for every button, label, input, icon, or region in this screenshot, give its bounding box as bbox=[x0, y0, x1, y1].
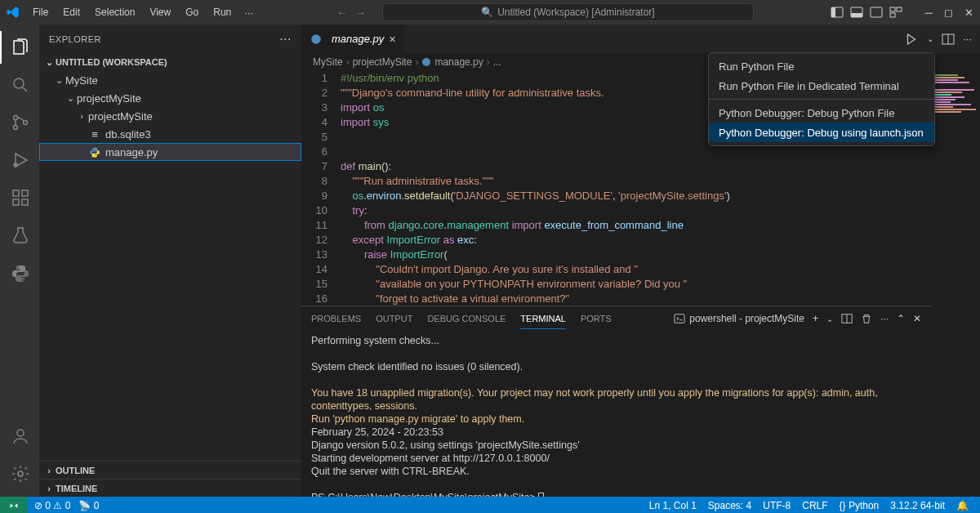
command-center[interactable]: 🔍 Untitled (Workspace) [Administrator] bbox=[382, 3, 754, 21]
terminal[interactable]: Performing system checks... System check… bbox=[301, 331, 931, 497]
minimap[interactable] bbox=[931, 71, 980, 497]
editor-tabs: manage.py × ⌄ ··· bbox=[301, 25, 980, 53]
activity-source-control[interactable] bbox=[0, 106, 39, 139]
explorer-title: EXPLORER bbox=[49, 34, 101, 44]
activity-extensions[interactable] bbox=[0, 181, 39, 214]
tree-manage-py[interactable]: manage.py bbox=[39, 143, 301, 161]
tree-projectmysite[interactable]: ⌄projectMySite bbox=[39, 89, 301, 107]
panel-tab-problems[interactable]: PROBLEMS bbox=[311, 309, 361, 328]
layout-sidebar-right-icon[interactable] bbox=[870, 6, 883, 19]
activity-search[interactable] bbox=[0, 69, 39, 101]
new-terminal-icon[interactable]: + bbox=[813, 313, 818, 324]
menu-selection[interactable]: Selection bbox=[88, 3, 141, 21]
status-item[interactable]: 🔔 bbox=[956, 500, 969, 511]
chevron-right-icon: › bbox=[42, 484, 56, 493]
run-menu-run-python-file[interactable]: Run Python File bbox=[709, 56, 934, 76]
tab-manage-py[interactable]: manage.py × bbox=[301, 25, 405, 53]
activity-python-env[interactable] bbox=[0, 256, 39, 289]
menu-file[interactable]: File bbox=[26, 3, 55, 21]
kill-terminal-icon[interactable] bbox=[861, 313, 872, 324]
run-menu-python-debugger-debug-python-file[interactable]: Python Debugger: Debug Python File bbox=[709, 103, 934, 123]
python-file-icon bbox=[88, 145, 101, 158]
terminal-shell-label[interactable]: powershell - projectMySite bbox=[674, 313, 804, 324]
panel-tab-debug-console[interactable]: DEBUG CONSOLE bbox=[427, 309, 506, 328]
bottom-panel: PROBLEMSOUTPUTDEBUG CONSOLETERMINALPORTS… bbox=[301, 306, 931, 497]
menu-edit[interactable]: Edit bbox=[56, 3, 87, 21]
breadcrumb-part[interactable]: ... bbox=[493, 56, 501, 68]
svg-point-12 bbox=[14, 163, 17, 167]
nav-back-icon[interactable]: ← bbox=[336, 7, 347, 19]
svg-rect-23 bbox=[675, 314, 684, 323]
tree-mysite[interactable]: ⌄MySite bbox=[39, 71, 301, 89]
svg-rect-16 bbox=[22, 190, 28, 196]
editor-area: manage.py × ⌄ ··· MySite›projectMySite›m… bbox=[301, 25, 980, 497]
section-timeline[interactable]: › TIMELINE bbox=[39, 479, 301, 497]
command-center-text: Untitled (Workspace) [Administrator] bbox=[497, 7, 655, 18]
database-file-icon: ≡ bbox=[88, 127, 101, 141]
split-terminal-icon[interactable] bbox=[841, 313, 853, 324]
svg-point-18 bbox=[18, 471, 23, 476]
activity-testing[interactable] bbox=[0, 219, 39, 252]
panel-more-icon[interactable]: ··· bbox=[880, 313, 889, 324]
status-item[interactable]: ⊘ 0 ⚠ 0 bbox=[34, 500, 70, 511]
split-editor-icon[interactable] bbox=[942, 33, 955, 46]
panel-maximize-icon[interactable]: ⌃ bbox=[897, 313, 905, 324]
run-dropdown-menu: Run Python FileRun Python File in Dedica… bbox=[708, 52, 935, 146]
svg-rect-15 bbox=[22, 199, 28, 205]
vscode-logo-icon bbox=[7, 6, 20, 19]
svg-point-11 bbox=[24, 121, 28, 125]
breadcrumb-part[interactable]: manage.py bbox=[434, 56, 483, 68]
file-tree: ⌄ UNTITLED (WORKSPACE) ⌄MySite⌄projectMy… bbox=[39, 53, 301, 461]
explorer-more-icon[interactable]: ··· bbox=[279, 32, 292, 47]
breadcrumb-part[interactable]: MySite bbox=[313, 56, 343, 68]
activity-explorer[interactable] bbox=[0, 31, 39, 64]
menu-overflow[interactable]: ··· bbox=[238, 3, 260, 22]
maximize-icon[interactable]: ◻ bbox=[944, 7, 953, 19]
minimize-icon[interactable]: ─ bbox=[925, 7, 933, 19]
activity-settings[interactable] bbox=[0, 457, 39, 490]
svg-point-9 bbox=[14, 116, 18, 120]
svg-rect-7 bbox=[890, 13, 895, 17]
chevron-right-icon: › bbox=[75, 111, 88, 121]
panel-close-icon[interactable]: ✕ bbox=[913, 313, 921, 324]
run-dropdown-icon[interactable]: ⌄ bbox=[927, 34, 933, 43]
tab-close-icon[interactable]: × bbox=[389, 33, 395, 46]
tree-projectmysite[interactable]: ›projectMySite bbox=[39, 107, 301, 125]
chevron-down-icon: ⌄ bbox=[64, 93, 77, 104]
customize-layout-icon[interactable] bbox=[889, 6, 902, 19]
svg-rect-3 bbox=[851, 13, 862, 17]
status-item[interactable]: Spaces: 4 bbox=[708, 500, 751, 511]
tree-db-sqlite3[interactable]: ≡db.sqlite3 bbox=[39, 125, 301, 143]
layout-panel-icon[interactable] bbox=[850, 6, 863, 19]
close-window-icon[interactable]: ✕ bbox=[964, 7, 973, 19]
line-gutter: 12345678910111213141516 bbox=[301, 71, 341, 306]
workspace-root[interactable]: ⌄ UNTITLED (WORKSPACE) bbox=[39, 53, 301, 71]
chevron-down-icon: ⌄ bbox=[42, 57, 56, 68]
menu-go[interactable]: Go bbox=[179, 3, 205, 21]
terminal-dropdown-icon[interactable]: ⌄ bbox=[826, 314, 833, 323]
chevron-down-icon: ⌄ bbox=[52, 75, 65, 86]
editor-more-icon[interactable]: ··· bbox=[963, 33, 972, 45]
panel-tab-terminal[interactable]: TERMINAL bbox=[520, 309, 566, 329]
panel-tab-ports[interactable]: PORTS bbox=[581, 309, 612, 328]
activity-accounts[interactable] bbox=[0, 420, 39, 453]
section-outline[interactable]: › OUTLINE bbox=[39, 461, 301, 479]
run-button[interactable] bbox=[904, 32, 919, 47]
activity-run-debug[interactable] bbox=[0, 144, 39, 176]
breadcrumb-part[interactable]: projectMySite bbox=[353, 56, 412, 68]
layout-sidebar-left-icon[interactable] bbox=[831, 6, 844, 19]
status-item[interactable]: Ln 1, Col 1 bbox=[649, 500, 697, 511]
status-item[interactable]: CRLF bbox=[802, 500, 827, 511]
explorer-sidebar: EXPLORER ··· ⌄ UNTITLED (WORKSPACE) ⌄MyS… bbox=[39, 25, 301, 497]
run-menu-run-python-file-in-dedicated-terminal[interactable]: Run Python File in Dedicated Terminal bbox=[709, 76, 934, 96]
nav-forward-icon[interactable]: → bbox=[355, 7, 366, 19]
status-item[interactable]: UTF-8 bbox=[763, 500, 791, 511]
panel-tab-output[interactable]: OUTPUT bbox=[376, 309, 412, 328]
status-item[interactable]: 3.12.2 64-bit bbox=[890, 500, 945, 511]
menu-run[interactable]: Run bbox=[207, 3, 238, 21]
remote-indicator[interactable] bbox=[0, 497, 28, 513]
menu-view[interactable]: View bbox=[143, 3, 177, 21]
status-item[interactable]: 📡 0 bbox=[78, 500, 99, 511]
status-item[interactable]: {} Python bbox=[840, 500, 880, 511]
run-menu-python-debugger-debug-using-launch-json[interactable]: Python Debugger: Debug using launch.json bbox=[709, 123, 934, 142]
